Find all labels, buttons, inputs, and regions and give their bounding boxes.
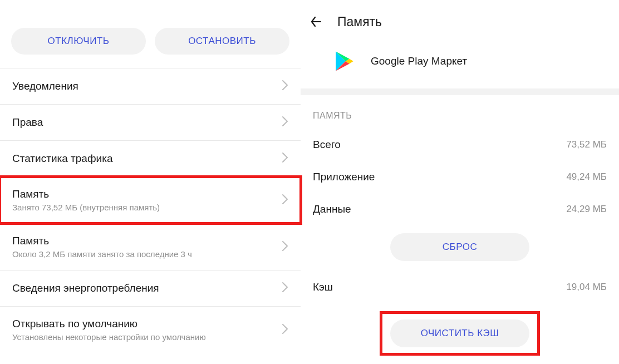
chevron-right-icon [282,194,288,207]
list-item-notifications[interactable]: Уведомления [0,68,301,105]
list-item-power-info[interactable]: Сведения энергопотребления [0,270,301,307]
section-separator [301,88,619,95]
row-key: Данные [313,203,351,215]
row-app: Приложение 49,24 МБ [301,161,619,193]
list-item-title: Права [12,116,275,129]
chevron-right-icon [282,282,288,295]
row-val: 19,04 МБ [566,282,607,293]
reset-button[interactable]: СБРОС [390,233,529,261]
chevron-right-icon [282,240,288,254]
row-cache: Кэш 19,04 МБ [301,271,619,303]
list-item-title: Статистика трафика [12,153,275,165]
disable-button[interactable]: ОТКЛЮЧИТЬ [11,28,146,55]
chevron-right-icon [282,116,288,129]
section-label-memory: ПАМЯТЬ [301,95,619,129]
highlight-clear-cache: ОЧИСТИТЬ КЭШ [380,311,540,356]
row-data: Данные 24,29 МБ [301,193,619,225]
list-item-sub: Около 3,2 МБ памяти занято за последние … [12,249,275,259]
list-item-title: Память [12,188,275,200]
row-val: 24,29 МБ [566,204,607,215]
row-total: Всего 73,52 МБ [301,129,619,161]
list-item-sub: Установлены некоторые настройки по умолч… [12,332,275,342]
list-item-title: Сведения энергопотребления [12,282,275,294]
list-item-title: Уведомления [12,80,275,92]
app-header: Google Play Маркет [301,40,619,88]
row-key: Всего [313,139,341,151]
list-item-storage[interactable]: Память Занято 73,52 МБ (внутренняя памят… [0,177,301,223]
list-item-open-default[interactable]: Открывать по умолчанию Установлены некот… [0,307,301,353]
clear-cache-button[interactable]: ОЧИСТИТЬ КЭШ [390,319,529,347]
row-key: Приложение [313,171,375,183]
row-key: Кэш [313,281,333,293]
chevron-right-icon [282,323,288,337]
list-item-traffic-stats[interactable]: Статистика трафика [0,141,301,177]
chevron-right-icon [282,80,288,93]
chevron-right-icon [282,152,288,165]
list-item-permissions[interactable]: Права [0,105,301,141]
row-val: 49,24 МБ [566,171,607,183]
list-item-memory[interactable]: Память Около 3,2 МБ памяти занято за пос… [0,223,301,270]
stop-button[interactable]: ОСТАНОВИТЬ [155,28,289,55]
row-val: 73,52 МБ [566,139,607,150]
page-title: Память [337,14,382,29]
list-item-title: Память [12,235,275,247]
list-item-title: Открывать по умолчанию [12,318,275,330]
back-arrow-icon[interactable] [308,14,324,29]
app-name: Google Play Маркет [371,55,467,67]
list-item-sub: Занято 73,52 МБ (внутренняя память) [12,203,275,212]
google-play-icon [333,50,356,73]
